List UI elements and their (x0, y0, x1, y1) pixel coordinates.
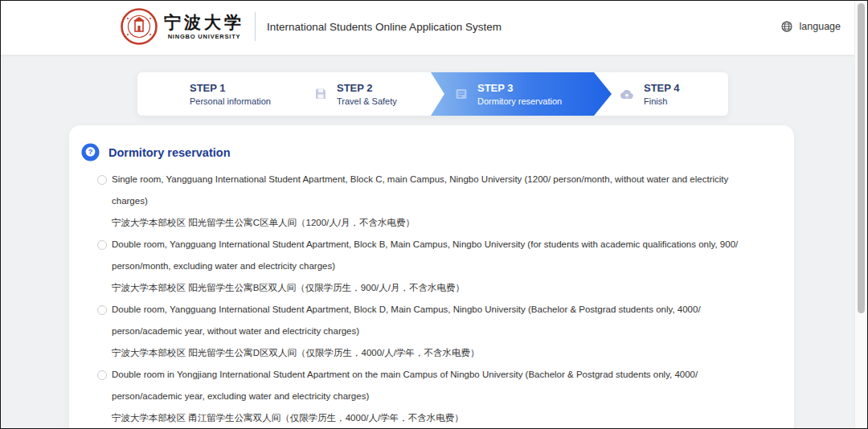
dorm-option-3-zh: 宁波大学本部校区 阳光留学生公寓D区双人间（仅限学历生，4000/人/学年，不含… (112, 342, 766, 364)
university-seal-icon (120, 7, 158, 46)
logo-english-name: NINGBO UNIVERSITY (164, 34, 244, 40)
radio-dorm-option-2[interactable] (97, 240, 107, 250)
language-label: language (800, 21, 841, 32)
save-icon (314, 88, 327, 100)
logo-chinese-name: 宁波大学 (164, 14, 244, 31)
dormitory-reservation-card: ? Dormitory reservation Single room, Yan… (69, 125, 794, 429)
dorm-option-3: Double room, Yangguang International Stu… (97, 299, 766, 364)
screen: 宁波大学 NINGBO UNIVERSITY International Stu… (0, 0, 868, 429)
section-title: Dormitory reservation (108, 146, 231, 159)
logo-text: 宁波大学 NINGBO UNIVERSITY (164, 14, 244, 40)
step-3-subtitle: Dormitory reservation (477, 96, 562, 106)
step-4-subtitle: Finish (644, 96, 680, 106)
step-3-title: STEP 3 (477, 82, 562, 94)
step-1-title: STEP 1 (190, 82, 271, 94)
dorm-option-1-zh: 宁波大学本部校区 阳光留学生公寓C区单人间（1200/人/月，不含水电费） (112, 212, 766, 234)
step-2-title: STEP 2 (337, 82, 397, 94)
step-4-title: STEP 4 (644, 82, 680, 94)
dorm-option-2-en[interactable]: Double room, Yangguang International Stu… (112, 234, 766, 277)
section-header: ? Dormitory reservation (69, 125, 794, 161)
radio-dorm-option-3[interactable] (97, 305, 107, 315)
dorm-option-3-en[interactable]: Double room, Yangguang International Stu… (112, 299, 766, 342)
dorm-option-4: Double room in Yongjiang International S… (97, 364, 766, 429)
radio-dorm-option-1[interactable] (97, 175, 107, 185)
step-indicator: STEP 1 Personal information STEP 2 Trave… (137, 72, 728, 116)
radio-dorm-option-4[interactable] (97, 370, 107, 380)
step-2-travel-safety: STEP 2 Travel & Safety (294, 72, 431, 116)
scrollbar-thumb[interactable] (858, 3, 865, 313)
dorm-option-4-en[interactable]: Double room in Yongjiang International S… (112, 364, 766, 407)
dormitory-options-list: Single room, Yangguang International Stu… (69, 169, 766, 429)
svg-text:?: ? (88, 148, 93, 156)
dorm-option-1-en[interactable]: Single room, Yangguang International Stu… (112, 169, 766, 212)
step-1-subtitle: Personal information (190, 96, 271, 106)
dorm-option-4-zh: 宁波大学本部校区 甬江留学生公寓双人间（仅限学历生，4000/人/学年，不含水电… (112, 407, 766, 429)
form-icon (455, 88, 468, 100)
university-logo: 宁波大学 NINGBO UNIVERSITY International Stu… (120, 7, 502, 46)
question-icon: ? (81, 143, 100, 161)
globe-icon (781, 21, 792, 32)
system-title: International Students Online Applicatio… (267, 21, 502, 33)
logo-divider (255, 12, 256, 41)
cloud-icon (620, 88, 634, 100)
dorm-option-2: Double room, Yangguang International Stu… (97, 234, 766, 299)
step-1-personal-information: STEP 1 Personal information (137, 72, 294, 116)
step-4-finish: STEP 4 Finish (612, 72, 728, 116)
step-2-subtitle: Travel & Safety (337, 96, 397, 106)
dorm-option-1: Single room, Yangguang International Stu… (97, 169, 766, 234)
vertical-scrollbar[interactable] (854, 1, 867, 428)
language-button[interactable]: language (781, 21, 841, 32)
dorm-option-2-zh: 宁波大学本部校区 阳光留学生公寓B区双人间（仅限学历生，900/人/月，不含水电… (112, 277, 766, 299)
step-3-dormitory-reservation-active: STEP 3 Dormitory reservation (431, 72, 612, 116)
app-header: 宁波大学 NINGBO UNIVERSITY International Stu… (1, 1, 867, 55)
